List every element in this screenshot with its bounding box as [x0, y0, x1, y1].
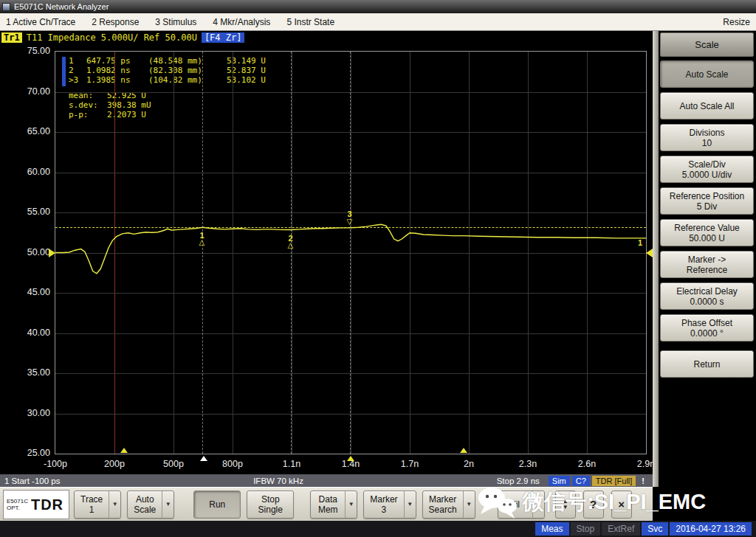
toolbar-button-marker-3[interactable]: Marker3▼ — [363, 491, 416, 519]
softkey-value: 5.0000 U/div — [682, 170, 732, 180]
softkey-value: 5 Div — [697, 201, 717, 212]
menu-item-2-response[interactable]: 2 Response — [92, 17, 139, 27]
toolbar-button-fil[interactable]: Fil▼ — [498, 491, 545, 519]
softkey-divisions[interactable]: Divisions10 — [660, 124, 754, 151]
toolbar-button-line: Auto — [136, 494, 154, 505]
menu-item-1-active-ch-trace[interactable]: 1 Active Ch/Trace — [6, 17, 75, 27]
toolbar-button-label: Trace1 — [75, 491, 109, 518]
reference-level-arrow-right — [646, 249, 653, 257]
footer-badge-tdr-full: TDR [Full] — [592, 476, 636, 486]
y-tick-label: 25.00 — [10, 448, 50, 458]
window-title: E5071C Network Analyzer — [14, 2, 109, 11]
statusbar-stop: Stop — [571, 522, 601, 536]
axis-marker-triangle — [460, 448, 467, 453]
menu-item-5-instr-state[interactable]: 5 Instr State — [286, 17, 334, 27]
logo-tdr-text: TDR — [31, 496, 63, 513]
chevron-down-icon[interactable]: ▼ — [162, 491, 173, 518]
statusbar-svc: Svc — [642, 522, 668, 536]
bottom-toolbar: E5071C OPT. TDR Trace1▼AutoScale▼RunStop… — [0, 487, 653, 521]
softkey-marker[interactable]: Marker ->Reference — [660, 251, 754, 278]
marker-symbol: ▽ — [347, 218, 353, 226]
chevron-down-icon[interactable]: ▼ — [463, 491, 475, 518]
softkey-label: Auto Scale All — [679, 101, 734, 111]
toolbar-button-marker-search[interactable]: MarkerSearch▼ — [422, 491, 475, 519]
menu-item-3-stimulus[interactable]: 3 Stimulus — [155, 17, 196, 27]
plot-region: 1647.75 ps(48.548 mm)53.149 U21.0982 ns(… — [0, 44, 653, 474]
sweep-stop-label: Stop 2.9 ns — [497, 477, 540, 485]
softkey-scale-div[interactable]: Scale/Div5.0000 U/div — [660, 156, 754, 183]
x-tick-label: -100p — [33, 459, 78, 469]
close-icon: × — [618, 498, 625, 510]
toolbar-button-stop-single[interactable]: StopSingle — [247, 491, 294, 519]
x-tick-label: 800p — [210, 459, 255, 469]
softkey-value: 0.0000 s — [690, 297, 724, 307]
toolbar-icon-buttons: ▲▼?× — [555, 491, 632, 519]
toolbar-button-label: Run — [194, 491, 240, 518]
softkey-phase-offset[interactable]: Phase Offset0.0000 ° — [660, 314, 754, 342]
title-bar: E5071C Network Analyzer — [0, 0, 756, 13]
menu-item-4-mkr-analysis[interactable]: 4 Mkr/Analysis — [213, 17, 270, 27]
softkey-label: Scale/Div — [688, 159, 726, 170]
toolbar-button-line: Stop — [261, 494, 280, 505]
toolbar-button-line: Mem — [318, 505, 338, 515]
chevron-down-icon[interactable]: ▼ — [404, 491, 416, 518]
softkey-return[interactable]: Return — [660, 350, 754, 378]
chevron-down-icon[interactable]: ▼ — [109, 491, 120, 518]
sweep-start-label: 1 Start -100 ps — [4, 477, 60, 485]
toolbar-close-button[interactable]: × — [611, 491, 632, 519]
toolbar-button-auto-scale[interactable]: AutoScale▼ — [127, 491, 174, 519]
y-tick-label: 60.00 — [10, 167, 50, 177]
toolbar-button-label: StopSingle — [247, 491, 293, 518]
statusbar-extref: ExtRef — [602, 522, 640, 536]
toolbar-button-trace-1[interactable]: Trace1▼ — [74, 491, 121, 519]
x-tick-label: 500p — [151, 459, 196, 469]
sidebar-buttons: Auto ScaleAuto Scale AllDivisions10Scale… — [660, 60, 754, 378]
softkey-scroll-gutter[interactable] — [653, 31, 659, 487]
toolbar-button-line: Trace — [80, 494, 103, 505]
trace-number-right: 1 — [638, 238, 642, 247]
menu-items: 1 Active Ch/Trace2 Response3 Stimulus4 M… — [6, 17, 334, 27]
toolbar-button-run[interactable]: Run — [193, 491, 241, 519]
softkey-reference-position[interactable]: Reference Position5 Div — [660, 187, 754, 215]
softkey-reference-value[interactable]: Reference Value50.000 U — [660, 219, 754, 246]
trace-badge[interactable]: Tr1 — [1, 32, 22, 43]
footer-badge-c: C? — [572, 476, 590, 486]
softkey-sidebar: Scale Auto ScaleAuto Scale AllDivisions1… — [653, 31, 756, 521]
softkey-auto-scale-all[interactable]: Auto Scale All — [660, 92, 754, 119]
marker-label: 3 — [348, 209, 352, 218]
y-tick-label: 55.00 — [10, 207, 50, 217]
chevron-down-icon[interactable]: ▼ — [532, 491, 544, 518]
toolbar-button-data-mem[interactable]: DataMem▼ — [310, 491, 357, 519]
resize-menu-item[interactable]: Resize — [723, 17, 750, 27]
y-tick-label: 40.00 — [10, 328, 50, 338]
softkey-value: Reference — [687, 265, 727, 275]
toolbar-help-button[interactable]: ? — [583, 491, 604, 519]
softkey-electrical-delay[interactable]: Electrical Delay0.0000 s — [660, 283, 754, 310]
ifbw-label: IFBW 70 kHz — [63, 477, 493, 485]
logo-model-number: E5071C — [7, 498, 28, 505]
softkey-label: Reference Position — [670, 191, 744, 201]
trace-format-text: T11 Impedance 5.000U/ Ref 50.00U — [27, 32, 197, 43]
softkey-label: Phase Offset — [681, 318, 732, 328]
softkey-value: 0.0000 ° — [690, 328, 724, 339]
chevron-down-icon[interactable]: ▼ — [345, 491, 357, 518]
y-tick-label: 35.00 — [10, 367, 50, 378]
y-tick-label: 45.00 — [10, 287, 50, 297]
footer-badge-item: ! — [638, 476, 648, 486]
axis-marker-triangle — [347, 456, 354, 461]
help-icon: ? — [590, 498, 597, 510]
arrow-down-icon: ▼ — [563, 505, 568, 510]
toolbar-button-line: Data — [319, 494, 337, 505]
softkey-auto-scale[interactable]: Auto Scale — [660, 60, 754, 88]
softkey-value: 10 — [702, 138, 712, 148]
x-tick-label: 1.7n — [388, 459, 432, 469]
logo-option-text: OPT. — [7, 505, 28, 511]
statusbar-2016-04-27-13-26: 2016-04-27 13:26 — [670, 522, 752, 536]
toolbar-updown-button[interactable]: ▲▼ — [555, 491, 576, 519]
trace-header: Tr1 T11 Impedance 5.000U/ Ref 50.00U [F4… — [0, 31, 653, 44]
statusbar-items: MeasStopExtRefSvc2016-04-27 13:26 — [535, 522, 752, 536]
softkey-label: Divisions — [689, 128, 724, 138]
reference-level-arrow-left — [49, 249, 55, 257]
statusbar-meas: Meas — [535, 522, 568, 536]
x-tick-label: 2.6n — [565, 459, 609, 469]
